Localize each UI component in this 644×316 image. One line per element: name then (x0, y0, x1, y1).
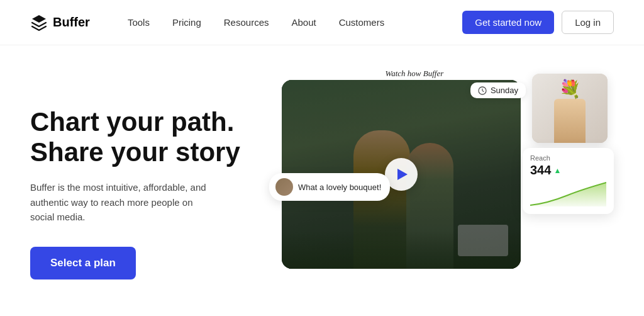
flower-card: 💐 (532, 74, 608, 143)
analytics-card: Reach 344 ▲ (523, 148, 614, 214)
nav-link-about[interactable]: About (291, 17, 316, 28)
flower-background: 💐 (532, 74, 608, 143)
get-started-button[interactable]: Get started now (462, 11, 554, 34)
analytics-reach-label: Reach (530, 154, 606, 162)
nav-link-customers[interactable]: Customers (339, 17, 385, 28)
navbar: Buffer Tools Pricing Resources About Cus… (0, 0, 644, 45)
nav-actions: Get started now Log in (462, 11, 614, 34)
clock-icon (478, 86, 487, 95)
nav-link-resources[interactable]: Resources (224, 17, 269, 28)
headline-line2: Share your story (30, 137, 240, 167)
avatar (275, 178, 293, 196)
hero-left: Chart your path. Share your story Buffer… (30, 107, 269, 279)
flower-emoji: 💐 (559, 79, 581, 99)
sunday-badge: Sunday (470, 82, 526, 98)
analytics-number: 344 (530, 163, 551, 178)
nav-link-tools[interactable]: Tools (128, 17, 150, 28)
logo[interactable]: Buffer (30, 14, 90, 31)
analytics-value-container: 344 ▲ (530, 163, 606, 178)
logo-text: Buffer (53, 15, 90, 30)
comment-text: What a lovely bouquet! (298, 183, 381, 192)
nav-links: Tools Pricing Resources About Customers (128, 17, 462, 28)
headline-line1: Chart your path. (30, 107, 234, 137)
hero-subtext: Buffer is the most intuitive, affordable… (30, 180, 206, 224)
comment-bubble: What a lovely bouquet! (269, 173, 390, 201)
select-plan-button[interactable]: Select a plan (30, 247, 136, 279)
sunday-label: Sunday (491, 86, 518, 95)
play-icon (397, 169, 408, 180)
hero-headline: Chart your path. Share your story (30, 107, 244, 168)
hero-right: Watch how Buffer helps your business ↷ (269, 74, 614, 313)
hero-section: Chart your path. Share your story Buffer… (0, 45, 644, 316)
login-button[interactable]: Log in (562, 11, 614, 34)
buffer-logo-icon (30, 14, 48, 31)
trend-icon: ▲ (553, 166, 561, 175)
mini-chart (530, 181, 606, 206)
nav-link-pricing[interactable]: Pricing (172, 17, 201, 28)
